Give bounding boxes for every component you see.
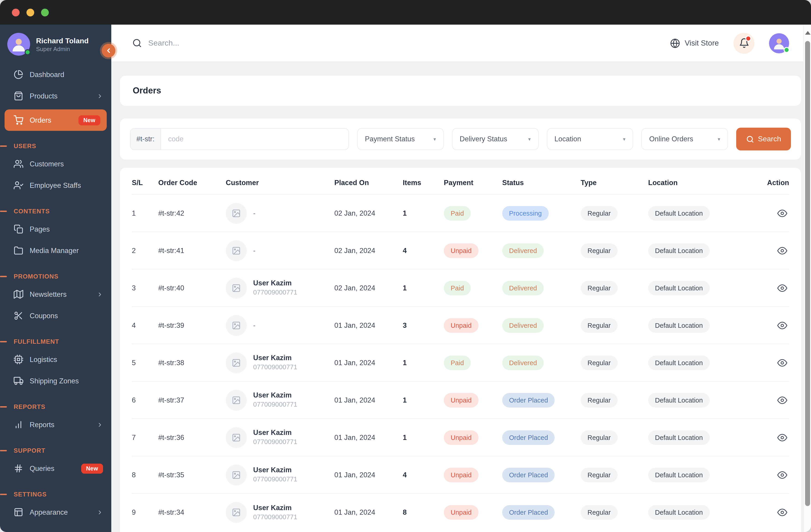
chevron-down-icon: ▾	[623, 136, 625, 142]
cell-placed-on: 01 Jan, 2024	[334, 321, 403, 329]
globe-icon	[670, 38, 680, 48]
zoom-window-button[interactable]	[41, 9, 49, 16]
sidebar-item-shipping-zones[interactable]: Shipping Zones	[0, 370, 111, 392]
customer-phone: 077009000771	[253, 400, 297, 409]
visit-store-link[interactable]: Visit Store	[670, 38, 719, 48]
cell-action	[752, 507, 789, 517]
column-header-items: Items	[403, 179, 444, 187]
copy-icon	[14, 224, 23, 234]
sidebar-item-dashboard[interactable]: Dashboard	[0, 64, 111, 85]
search-button-label: Search	[758, 135, 781, 143]
cell-payment: Unpaid	[444, 430, 502, 445]
sidebar: Richard Toland Super Admin DashboardProd…	[0, 25, 111, 532]
search-button[interactable]: Search	[736, 128, 791, 151]
cell-status: Order Placed	[502, 430, 581, 445]
scrollbar-thumb[interactable]	[805, 41, 810, 506]
order-code-input-group: #t-str:	[130, 128, 349, 150]
cell-items: 1	[403, 209, 444, 217]
layout-icon	[14, 507, 23, 517]
user-avatar	[7, 33, 30, 56]
customer-phone: 077009000771	[253, 438, 297, 447]
scroll-up-arrow[interactable]	[805, 31, 811, 35]
cell-order-code: #t-str:41	[158, 246, 226, 255]
sidebar-item-queries[interactable]: QueriesNew	[0, 458, 111, 479]
customer-phone: 077009000771	[253, 363, 297, 372]
users-icon	[14, 159, 23, 169]
vertical-scrollbar[interactable]	[803, 25, 811, 532]
dropdown-label: Delivery Status	[460, 135, 507, 143]
payment-badge: Paid	[444, 355, 471, 370]
sidebar-item-label: Employee Staffs	[30, 181, 81, 189]
minimize-window-button[interactable]	[27, 9, 34, 16]
sidebar-item-coupons[interactable]: Coupons	[0, 305, 111, 326]
view-order-button[interactable]	[777, 395, 787, 405]
cell-type: Regular	[581, 430, 648, 445]
sidebar-item-pages[interactable]: Pages	[0, 218, 111, 240]
cell-location: Default Location	[648, 430, 752, 445]
sidebar-item-newsletters[interactable]: Newsletters	[0, 284, 111, 305]
sidebar-item-orders[interactable]: OrdersNew	[4, 109, 107, 131]
table-row: 3#t-str:40User Kazim07700900077102 Jan, …	[132, 269, 789, 307]
sidebar-collapse-button[interactable]	[102, 44, 116, 58]
sidebar-item-reports[interactable]: Reports	[0, 414, 111, 435]
sidebar-item-label: Newsletters	[30, 290, 66, 298]
sidebar-section-header-users: USERS	[0, 143, 111, 150]
view-order-button[interactable]	[777, 433, 787, 442]
cell-placed-on: 01 Jan, 2024	[334, 433, 403, 441]
chevron-down-icon: ▾	[718, 136, 720, 142]
status-badge: Processing	[502, 206, 549, 220]
payment-badge: Paid	[444, 206, 471, 220]
sidebar-item-logistics[interactable]: Logistics	[0, 349, 111, 370]
cell-action	[752, 358, 789, 367]
cell-sl: 3	[132, 284, 158, 292]
sidebar-section-header-settings: SETTINGS	[0, 491, 111, 498]
cell-customer: -	[226, 315, 334, 336]
cell-items: 1	[403, 396, 444, 404]
view-order-button[interactable]	[777, 507, 787, 517]
cell-status: Order Placed	[502, 468, 581, 482]
view-order-button[interactable]	[777, 320, 787, 330]
sidebar-item-employee-staffs[interactable]: Employee Staffs	[0, 175, 111, 196]
cell-location: Default Location	[648, 505, 752, 520]
order-code-input[interactable]	[161, 128, 349, 150]
dropdown-label: Online Orders	[649, 135, 693, 143]
close-window-button[interactable]	[12, 9, 20, 16]
cell-payment: Unpaid	[444, 318, 502, 332]
column-header-placed-on: Placed On	[334, 179, 403, 187]
customer-name: -	[253, 321, 256, 329]
view-order-button[interactable]	[777, 470, 787, 480]
dropdown-payment-status[interactable]: Payment Status▾	[357, 128, 444, 150]
customer-info: User Kazim077009000771	[253, 391, 297, 409]
sidebar-item-appearance[interactable]: Appearance	[0, 501, 111, 523]
topbar-avatar[interactable]	[769, 33, 789, 53]
cell-placed-on: 01 Jan, 2024	[334, 396, 403, 404]
status-badge: Order Placed	[502, 393, 555, 407]
cell-type: Regular	[581, 206, 648, 220]
search-input[interactable]	[148, 38, 303, 48]
sidebar-item-products[interactable]: Products	[0, 85, 111, 107]
dropdown-location[interactable]: Location▾	[547, 128, 633, 150]
cell-items: 1	[403, 433, 444, 441]
dropdown-online-orders[interactable]: Online Orders▾	[642, 128, 728, 150]
payment-badge: Unpaid	[444, 318, 478, 332]
cell-customer: User Kazim077009000771	[226, 427, 334, 448]
sidebar-user-card[interactable]: Richard Toland Super Admin	[0, 25, 111, 64]
notifications-button[interactable]	[733, 33, 754, 53]
dropdown-delivery-status[interactable]: Delivery Status▾	[452, 128, 539, 150]
notification-dot	[745, 35, 751, 41]
column-header-status: Status	[502, 179, 581, 187]
sidebar-section-header-support: SUPPORT	[0, 447, 111, 454]
location-badge: Default Location	[648, 206, 710, 220]
view-order-button[interactable]	[777, 358, 787, 367]
customer-info: User Kazim077009000771	[253, 466, 297, 484]
view-order-button[interactable]	[777, 246, 787, 255]
sidebar-item-media-manager[interactable]: Media Manager	[0, 240, 111, 261]
view-order-button[interactable]	[777, 208, 787, 218]
content-area: Orders #t-str: Payment Status▾Delivery S…	[111, 62, 811, 532]
new-badge: New	[78, 115, 100, 125]
sidebar-item-customers[interactable]: Customers	[0, 153, 111, 175]
column-header-customer: Customer	[226, 179, 334, 187]
sidebar-item-label: Appearance	[30, 508, 68, 516]
view-order-button[interactable]	[777, 283, 787, 293]
cell-items: 4	[403, 471, 444, 479]
